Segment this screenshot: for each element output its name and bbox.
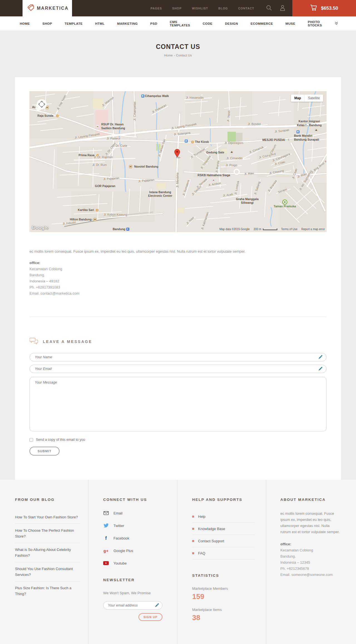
cart-button[interactable]: $653.50 [292,0,356,16]
nav-item-template[interactable]: TEMPLATE [65,22,83,25]
square-bullet-icon [192,516,194,518]
map-label: Kantor Imigrasi [298,120,320,123]
mail-icon [103,511,109,516]
map-label: Jl. Progo [226,163,237,167]
nav-item-ecommerce[interactable]: ECOMMERCE [251,22,273,25]
map-label: Sadikin Bandung [101,126,125,130]
about-office-line: Bandung. [280,553,341,560]
tag-icon [26,4,34,13]
hosp-map-icon: H [212,178,215,182]
blog-post-link[interactable]: Plus Size Fashion: Is There Such a Thing… [15,581,80,600]
header-nav-blog[interactable]: BLOG [218,7,228,10]
hosp-map-icon: H [96,125,99,128]
blog-post-anchor[interactable]: Plus Size Fashion: Is There Such a Thing… [15,586,71,596]
map-label: Jl. Cihampelas [133,102,136,121]
blog-post-link[interactable]: How To Choose The Perfect Fashion Store? [15,524,80,543]
map-attribution: Map data ©2015 Google 200 m Terms of Use… [219,228,325,231]
help-link-faq[interactable]: FAQ [192,547,255,560]
email-input[interactable] [29,365,327,373]
map-view-button[interactable]: Map [291,95,305,102]
rest-map-icon [191,141,194,144]
google-map[interactable]: HH☾Jl. Haji YasinJl. MakmurJl. Cihampela… [29,91,327,232]
nav-item-psd[interactable]: PSD [150,22,157,25]
connect-facebook[interactable]: fFacebook [103,536,166,541]
satellite-view-button[interactable]: Satellite [305,95,323,102]
nav-item-code[interactable]: CODE [203,22,212,25]
mus-map-icon [315,129,318,132]
connect-youtube[interactable]: Youtube [103,561,166,566]
header-nav-pages[interactable]: PAGES [150,7,162,10]
help-heading: HELP AND SUPPORTS [192,498,255,502]
search-icon[interactable] [266,5,272,12]
name-input[interactable] [29,353,327,361]
brand-logo[interactable]: MARKETICA [23,0,72,16]
stat-value: 159 [192,592,255,601]
help-link-contact-support[interactable]: Contact Support [192,535,255,547]
chevron-double-down-icon[interactable] [335,21,338,26]
about-office-heading: office: [280,541,341,547]
nav-item-shop[interactable]: SHOP [43,22,52,25]
map-label: Raja Sunda [37,114,53,117]
blog-post-link[interactable]: What is So Alluring About Celebrity Fash… [15,543,80,562]
statistics-heading: STATISTICS [192,573,255,578]
map-label: Gedung Sate [206,151,224,154]
nav-item-home[interactable]: HOME [20,22,30,25]
footer-connect-column: CONNECT WITH US EmailTwitterfFacebookg+G… [89,480,177,644]
nav-item-marketing[interactable]: MARKETING [117,22,138,25]
nav-item-html[interactable]: HTML [95,22,105,25]
blog-post-anchor[interactable]: How To Choose The Perfect Fashion Store? [15,528,74,538]
svg-text:☾: ☾ [288,138,291,141]
connect-label: Twitter [113,524,124,528]
signup-button[interactable]: SIGN UP [139,613,162,621]
map-pan-control[interactable] [37,99,47,109]
header-nav-contact[interactable]: CONTACT [238,7,254,10]
nav-item-photo-stocks[interactable]: PHOTO STOCKS [308,20,322,27]
map-label: Jl. Kebon Kawung [104,213,127,216]
blog-post-anchor[interactable]: How To Start Your Own Fashion Store? [15,515,78,519]
mosque-map-icon: ☾ [288,138,291,141]
header-nav-shop[interactable]: SHOP [172,7,182,10]
help-link-knowladge-base[interactable]: Knowladge Base [192,523,255,535]
connect-heading: CONNECT WITH US [103,498,166,502]
send-copy-checkbox[interactable] [29,438,33,442]
blog-post-anchor[interactable]: What is So Alluring About Celebrity Fash… [15,548,71,558]
help-link-help[interactable]: Help [192,511,255,523]
map-label: Istana Bandung [149,190,171,194]
about-office-line: Ph. +6212345678 [280,566,341,572]
hotel-map-icon [129,165,132,168]
map-label: Bandung Surapati [294,138,319,141]
content-card: HH☾Jl. Haji YasinJl. MakmurJl. Cihampela… [15,77,341,480]
office-line: Indonesia – 49182 [29,278,327,284]
blog-post-anchor[interactable]: Should You Use Fashion Consultant Servic… [15,567,73,577]
about-office-block: office: Kecamatan CoblongBandung.Indones… [280,541,341,578]
terms-of-use-link[interactable]: Terms of Use [281,228,298,231]
message-textarea[interactable] [29,377,327,431]
twitter-icon [103,523,109,528]
map-scale: 200 m [254,228,277,231]
about-office-line: Email. someone@someone.com [280,572,341,578]
newsletter-email-input[interactable] [103,601,162,610]
breadcrumb-home-link[interactable]: Home [164,54,173,57]
blog-post-link[interactable]: Should You Use Fashion Consultant Servic… [15,562,80,581]
user-icon[interactable] [280,5,285,12]
office-line: Bandung. [29,272,327,278]
nav-item-design[interactable]: DESIGN [225,22,238,25]
report-map-error-link[interactable]: Report a map error [301,228,325,231]
header-nav-wishlist[interactable]: WISHLIST [192,7,208,10]
connect-google-plus[interactable]: g+Google Plus [103,548,166,553]
connect-twitter[interactable]: Twitter [103,523,166,528]
nav-item-muse[interactable]: MUSE [286,22,295,25]
map-label: Jl. Merdeka [176,173,179,188]
map-label: RSUP Dr. Hasan [101,123,123,126]
submit-button[interactable]: SUBMIT [29,447,60,456]
train-map-icon [126,228,129,231]
nav-item-cms-templates[interactable]: CMS TEMPLATES [170,20,190,27]
office-block: office: Kecamatan CoblongBandung.Indones… [29,260,327,297]
blog-post-link[interactable]: How To Start Your Own Fashion Store? [15,511,80,524]
rest-map-icon [96,209,99,212]
bank-map-icon [185,140,188,143]
connect-email[interactable]: Email [103,511,166,516]
newsletter-tagline: We Won't Spam, We Promise [103,591,166,595]
cart-icon [310,4,317,12]
connect-label: Facebook [113,536,129,540]
